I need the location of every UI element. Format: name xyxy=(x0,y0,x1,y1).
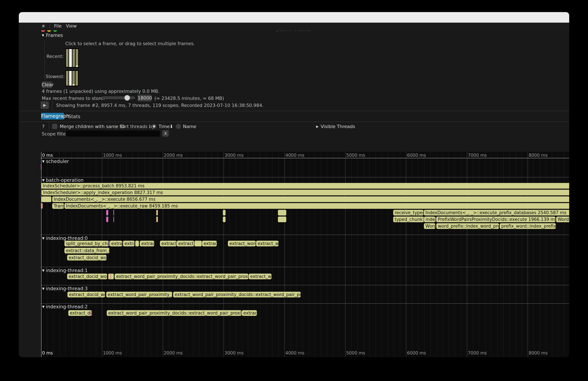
sort-name-label[interactable]: Name xyxy=(183,124,196,129)
flame-scope-bar[interactable]: PrefixWordPairsProximityDocids::execute … xyxy=(436,216,555,222)
flame-scope-bar-small[interactable] xyxy=(113,216,114,222)
flame-scope-bar[interactable]: prefix_word::index_prefix_wo xyxy=(500,223,556,229)
flame-scope-bar[interactable]: Trans xyxy=(52,203,64,209)
flame-scope-bar-small[interactable] xyxy=(109,241,110,246)
grid-line xyxy=(449,152,449,357)
flame-scope-bar[interactable]: receive_typed_ xyxy=(393,210,423,215)
menu-file[interactable]: File xyxy=(54,23,62,28)
flame-scope-bar-small[interactable] xyxy=(91,310,92,316)
flame-scope-bar-small[interactable] xyxy=(156,210,158,215)
flame-scope-bar-small[interactable] xyxy=(223,210,226,215)
sort-time-radio[interactable] xyxy=(151,124,157,129)
max-frames-slider[interactable] xyxy=(102,96,135,99)
flame-scope-bar[interactable]: extract_wo xyxy=(249,274,272,279)
sort-direction-arrow-icon[interactable]: ⬇ xyxy=(169,124,173,129)
thread-section-header[interactable]: ▼scheduler xyxy=(42,159,70,164)
thread-section-header[interactable]: ▼batch-operation xyxy=(42,178,85,183)
frame-thumbnail-bar[interactable] xyxy=(69,49,72,67)
flame-scope-bar[interactable]: extract_word_pair_proximity_docids::extr… xyxy=(107,310,241,316)
frame-thumbnail-bar[interactable] xyxy=(66,71,68,85)
flame-scope-bar[interactable]: split_grenad_by_chun xyxy=(64,241,108,246)
merge-children-label[interactable]: Merge children with same ID xyxy=(60,124,125,129)
flame-scope-bar[interactable]: extrac xyxy=(242,310,257,316)
visible-threads-header[interactable]: ▶Visible Threads xyxy=(316,124,355,129)
frame-thumbnail-bar[interactable] xyxy=(76,49,78,67)
flame-scope-bar-small[interactable] xyxy=(41,203,43,209)
flame-scope-bar[interactable]: IndexDocuments<_, _>::execute_prefix_dat… xyxy=(424,210,569,215)
flame-scope-bar[interactable]: extract xyxy=(202,241,217,246)
flame-scope-bar-small[interactable] xyxy=(194,241,202,246)
merge-children-checkbox[interactable] xyxy=(52,124,57,129)
thread-section-header[interactable]: ▼indexing-thread:2 xyxy=(42,304,89,309)
flame-scope-bar-small[interactable] xyxy=(110,274,111,279)
flame-scope-bar[interactable]: extract_word_pair_proximity_docids xyxy=(106,292,172,297)
flame-scope-bar-small[interactable] xyxy=(436,216,436,222)
collapse-arrow-icon: ▼ xyxy=(42,236,45,240)
sort-time-label[interactable]: Time xyxy=(159,124,170,129)
play-button[interactable]: ▶ xyxy=(41,101,49,109)
app-menu-icon[interactable]: ✳ xyxy=(42,23,45,29)
menu-view[interactable]: View xyxy=(66,23,77,28)
flame-scope-bar[interactable]: index xyxy=(424,216,435,222)
grid-line xyxy=(558,152,558,357)
ruler-tick-label: 5000 ms xyxy=(346,350,365,356)
flame-scope-bar[interactable]: word_prefix::index_word_prefix_ xyxy=(436,223,499,229)
flame-scope-bar[interactable]: IndexScheduler>::process_batch 8953.821 … xyxy=(41,183,569,189)
sort-name-radio[interactable] xyxy=(176,124,181,129)
frame-thumbnail-bar[interactable] xyxy=(72,71,75,85)
flame-scope-bar[interactable]: extract_doc xyxy=(68,310,91,316)
flame-scope-bar-small[interactable] xyxy=(41,164,42,170)
flame-scope-bar-small[interactable] xyxy=(223,216,226,222)
thread-section-label: batch-operation xyxy=(46,177,84,183)
max-frames-value[interactable]: 18000 xyxy=(138,95,151,101)
thread-section-header[interactable]: ▼indexing-thread:1 xyxy=(42,268,89,273)
tab-flamegraph[interactable]: Flamegraph xyxy=(41,113,64,120)
flame-scope-bar-small[interactable] xyxy=(156,216,158,222)
flame-scope-bar[interactable]: extract_docid_word xyxy=(67,255,106,260)
grid-line xyxy=(284,152,285,357)
flame-scope-bar-small[interactable] xyxy=(135,241,139,246)
frame-thumbnail-bar[interactable] xyxy=(69,71,72,85)
flame-scope-bar[interactable]: extra xyxy=(123,241,135,246)
clear-filter-button[interactable]: x xyxy=(162,130,169,137)
flame-scope-bar[interactable]: extract_word xyxy=(228,241,256,246)
flame-scope-bar[interactable]: Word xyxy=(424,223,435,229)
flame-scope-bar[interactable]: extrac xyxy=(140,241,154,246)
flame-scope-bar[interactable]: IndexDocuments<_, _>::execute_raw 8459.1… xyxy=(64,203,569,209)
flame-scope-bar[interactable]: extract_word_pair_proximity_docids::extr… xyxy=(115,274,248,279)
thread-section-header[interactable]: ▼indexing-thread:3 xyxy=(42,286,89,291)
flame-scope-bar-small[interactable] xyxy=(278,216,286,222)
flame-scope-bar[interactable]: IndexScheduler>::apply_index_operation 8… xyxy=(42,190,569,195)
flame-scope-bar[interactable]: extract::data_from_ob xyxy=(64,248,109,254)
flame-scope-bar-small[interactable] xyxy=(106,210,108,215)
flame-scope-bar[interactable]: typed_chunk::w xyxy=(393,216,423,222)
tab-stats[interactable]: Stats xyxy=(68,114,80,119)
clear-button[interactable]: Clear xyxy=(42,82,52,88)
frame-thumbnail-bar[interactable] xyxy=(76,71,78,85)
grid-line xyxy=(321,152,321,357)
flame-scope-bar[interactable]: extract_ xyxy=(160,241,177,246)
slowest-frames-thumbnail[interactable] xyxy=(65,69,79,87)
flamegraph-canvas[interactable]: 0 ms0 ms1000 ms1000 ms2000 ms2000 ms3000… xyxy=(41,152,569,357)
flame-scope-bar-small[interactable] xyxy=(42,196,51,202)
slider-knob[interactable] xyxy=(124,95,130,101)
frame-thumbnail-bar[interactable] xyxy=(66,49,68,67)
flame-scope-bar[interactable]: extract_word_pair_proximity_docids::extr… xyxy=(173,292,301,297)
flame-scope-bar[interactable]: WordPr xyxy=(556,216,569,222)
frame-thumbnail-bar[interactable] xyxy=(72,49,75,67)
recent-frames-thumbnail[interactable] xyxy=(65,48,80,68)
flame-scope-bar-small[interactable] xyxy=(278,210,286,215)
flame-scope-bar-small[interactable] xyxy=(423,216,424,222)
flame-scope-bar[interactable]: extract xyxy=(110,241,122,246)
flame-scope-bar[interactable]: IndexDocuments<_, _>::execute 8656.677 m… xyxy=(52,196,569,202)
frames-section-header[interactable]: ▼Frames xyxy=(42,33,63,38)
flame-scope-bar[interactable]: extract_ xyxy=(177,241,194,246)
scope-filter-input[interactable] xyxy=(66,130,160,137)
flame-scope-bar[interactable]: extract_wo xyxy=(256,241,279,246)
thread-section-header[interactable]: ▼indexing-thread:0 xyxy=(42,236,89,241)
flame-scope-bar-small[interactable] xyxy=(113,210,114,215)
flame-scope-bar[interactable]: extract_docid_word xyxy=(67,274,107,279)
help-button[interactable]: ? xyxy=(42,124,44,129)
flame-scope-bar-small[interactable] xyxy=(106,216,108,222)
flame-scope-bar[interactable]: extract_docid_word xyxy=(67,292,105,297)
